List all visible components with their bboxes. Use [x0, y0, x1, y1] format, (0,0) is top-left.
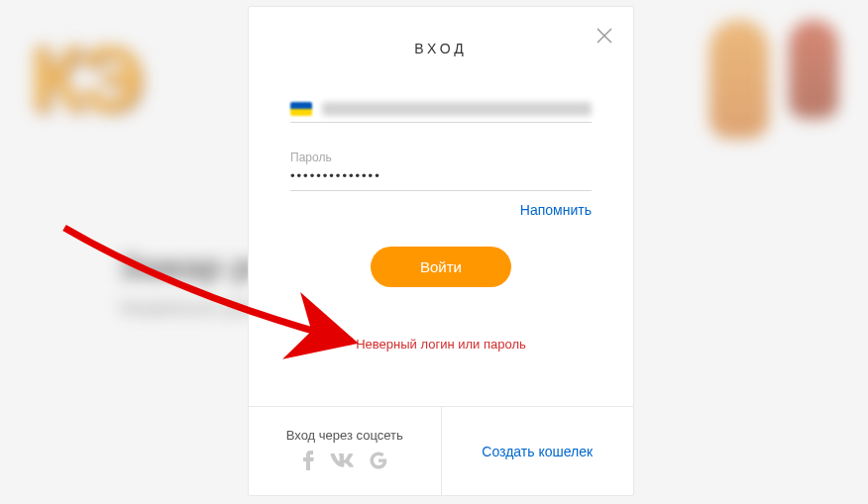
- remind-link[interactable]: Напомнить: [520, 202, 592, 218]
- social-login-label: Вход через соцсеть: [286, 428, 403, 443]
- bg-character: [709, 20, 769, 139]
- create-wallet-link[interactable]: Создать кошелек: [482, 444, 593, 459]
- facebook-login-button[interactable]: [302, 451, 314, 474]
- vk-icon: [330, 454, 354, 467]
- password-mask: ••••••••••••••: [290, 168, 381, 183]
- login-field[interactable]: [290, 96, 592, 123]
- google-icon: [370, 452, 387, 469]
- password-field[interactable]: Пароль ••••••••••••••: [290, 145, 592, 191]
- submit-button[interactable]: Войти: [371, 247, 511, 287]
- password-label: Пароль: [290, 151, 592, 164]
- ukraine-flag-icon: [290, 102, 312, 116]
- create-wallet-section: Создать кошелек: [442, 407, 634, 495]
- modal-title: ВХОД: [290, 41, 592, 56]
- close-button[interactable]: [592, 23, 617, 49]
- facebook-icon: [302, 451, 314, 470]
- close-icon: [596, 27, 613, 45]
- social-login-section: Вход через соцсеть: [249, 407, 442, 495]
- bg-logo-fragment: КЭ: [30, 29, 139, 131]
- login-modal: ВХОД Пароль •••••••••••••• Напомнить Вой…: [248, 6, 634, 496]
- modal-footer: Вход через соцсеть: [249, 406, 633, 495]
- error-message: Неверный логин или пароль: [290, 337, 592, 352]
- google-login-button[interactable]: [370, 452, 387, 473]
- bg-character: [789, 20, 838, 119]
- login-value-obscured: [322, 102, 592, 116]
- vk-login-button[interactable]: [330, 454, 354, 471]
